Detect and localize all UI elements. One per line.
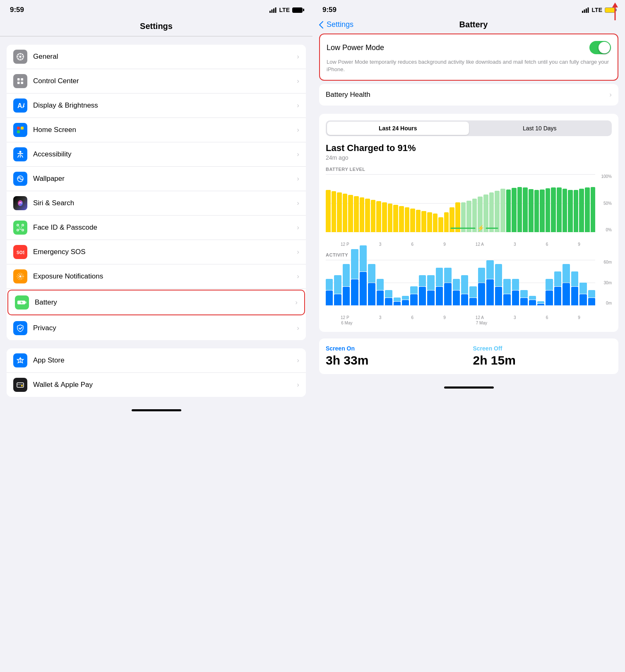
battery-health-row[interactable]: Battery Health ›	[319, 84, 618, 106]
svg-rect-29	[26, 302, 26, 304]
charging-line-2	[486, 228, 498, 229]
screen-off-stat: Screen Off 2h 15m	[473, 345, 612, 367]
exposure-chevron: ›	[297, 272, 299, 281]
settings-item-privacy[interactable]: Privacy ›	[7, 316, 306, 340]
back-label: Settings	[327, 20, 353, 29]
battery-bar-green	[500, 189, 505, 233]
battery-bar-yellow	[393, 205, 398, 232]
screen-on-bar	[503, 294, 510, 305]
screen-off-bar	[495, 264, 502, 286]
activity-bar	[588, 290, 595, 305]
screen-on-bar	[427, 290, 434, 305]
screen-off-bar	[512, 279, 519, 290]
faceid-chevron: ›	[297, 223, 299, 232]
screen-off-bar	[351, 249, 358, 279]
activity-bar	[427, 275, 434, 305]
settings-group-1: General › Control Center › AA Display & …	[7, 45, 306, 340]
settings-item-faceid[interactable]: Face ID & Passcode ›	[7, 216, 306, 240]
screen-off-bar	[579, 283, 587, 294]
settings-item-appstore[interactable]: App Store ›	[7, 348, 306, 373]
settings-item-accessibility[interactable]: Accessibility ›	[7, 142, 306, 167]
toggle-knob	[599, 42, 610, 53]
battery-bar-green	[557, 187, 562, 233]
settings-item-display[interactable]: AA Display & Brightness ›	[7, 94, 306, 118]
screen-off-bar	[377, 279, 384, 290]
low-power-toggle[interactable]	[589, 41, 611, 54]
svg-rect-34	[582, 11, 583, 13]
homescreen-chevron: ›	[297, 126, 299, 134]
screen-off-bar	[326, 279, 333, 290]
svg-rect-7	[21, 78, 24, 81]
settings-item-wallet[interactable]: Wallet & Apple Pay ›	[7, 373, 306, 397]
battery-bar-yellow	[326, 190, 331, 232]
battery-bar-green	[591, 187, 596, 232]
settings-item-wallpaper[interactable]: Wallpaper ›	[7, 167, 306, 191]
battery-bar-green	[523, 187, 528, 232]
appstore-icon	[13, 353, 27, 367]
faceid-icon	[13, 221, 27, 235]
date-7may: 7 May	[476, 321, 487, 325]
settings-item-general[interactable]: General ›	[7, 45, 306, 69]
screen-on-bar	[478, 283, 485, 305]
screen-off-value: 2h 15m	[473, 353, 612, 367]
settings-item-battery[interactable]: Battery ›	[7, 290, 305, 315]
y-label-0: 0%	[606, 228, 612, 232]
tab-10d[interactable]: Last 10 Days	[469, 122, 611, 135]
battery-chevron: ›	[295, 298, 298, 307]
exposure-label: Exposure Notifications	[33, 272, 297, 281]
screen-off-bar	[436, 268, 443, 286]
svg-rect-12	[21, 127, 24, 130]
activity-bar	[394, 298, 401, 305]
act-x-12a: 12 A	[476, 315, 484, 320]
activity-bar	[351, 249, 358, 305]
activity-bar	[520, 290, 527, 305]
battery-bar-green	[506, 190, 511, 233]
settings-panel: 9:59 LTE Settings General ›	[0, 0, 312, 672]
settings-item-sos[interactable]: SOS Emergency SOS ›	[7, 240, 306, 264]
low-power-mode-card: Low Power Mode Low Power Mode temporaril…	[319, 34, 618, 81]
control-center-label: Control Center	[33, 77, 297, 85]
control-center-icon	[13, 74, 27, 88]
settings-item-exposure[interactable]: Exposure Notifications ›	[7, 264, 306, 289]
screen-on-bar	[436, 287, 443, 305]
battery-chart-area: 100% 50% 0% ⚡	[326, 174, 612, 240]
settings-item-control-center[interactable]: Control Center ›	[7, 69, 306, 94]
appstore-label: App Store	[33, 356, 297, 365]
screen-on-bar	[469, 298, 476, 305]
battery-bar-yellow	[382, 202, 387, 232]
activity-bar	[360, 245, 367, 305]
screen-on-bar	[461, 294, 468, 305]
time-right: 9:59	[322, 6, 337, 14]
battery-label: Battery	[35, 298, 295, 307]
screen-on-bar	[562, 283, 570, 305]
x-label-3a: 3	[379, 242, 382, 247]
act-x-9b: 9	[578, 315, 580, 320]
accessibility-chevron: ›	[297, 150, 299, 158]
screen-on-bar	[588, 298, 595, 305]
screen-on-bar	[351, 279, 358, 305]
act-x-3: 3	[379, 315, 382, 320]
battery-bar-green	[585, 187, 590, 232]
battery-bar-green	[551, 187, 556, 233]
svg-text:AA: AA	[17, 102, 24, 109]
settings-item-homescreen[interactable]: Home Screen ›	[7, 118, 306, 142]
activity-bar	[554, 271, 561, 305]
screen-on-bar	[368, 283, 375, 305]
screen-on-bar	[453, 290, 460, 305]
battery-bar-yellow	[337, 192, 342, 232]
activity-chart-area: 60m 30m 0m	[326, 260, 612, 314]
battery-bar-green	[579, 189, 584, 232]
screen-off-bar	[334, 275, 341, 294]
x-label-12p: 12 P	[341, 242, 349, 247]
general-label: General	[33, 53, 297, 61]
svg-point-33	[21, 385, 23, 386]
siri-icon	[13, 196, 27, 210]
settings-item-siri[interactable]: Siri & Search ›	[7, 191, 306, 216]
screen-off-bar	[546, 279, 553, 290]
back-button[interactable]: Settings	[319, 20, 353, 29]
general-icon	[13, 50, 27, 64]
tab-24h[interactable]: Last 24 Hours	[327, 122, 469, 135]
activity-bar	[402, 296, 409, 306]
screen-off-bar	[588, 290, 595, 298]
activity-bar	[537, 301, 544, 305]
